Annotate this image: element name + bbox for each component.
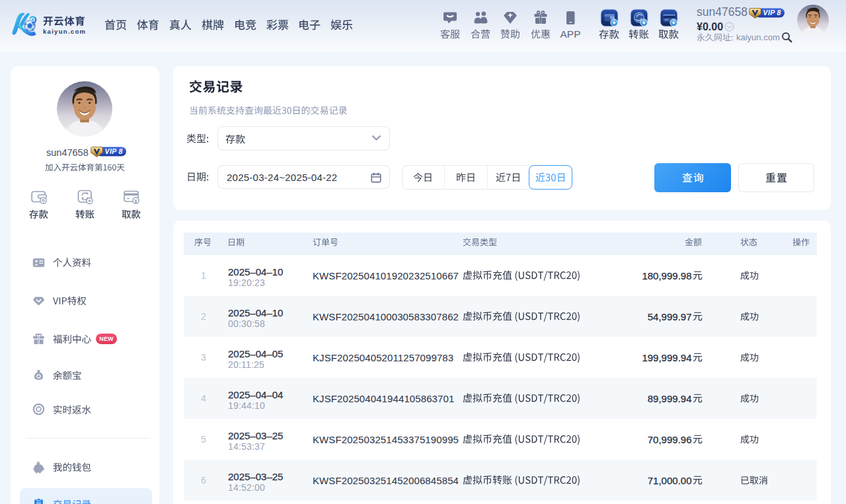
svg-text:VIP 8: VIP 8	[104, 147, 122, 155]
svg-text:VIP 8: VIP 8	[763, 9, 781, 17]
